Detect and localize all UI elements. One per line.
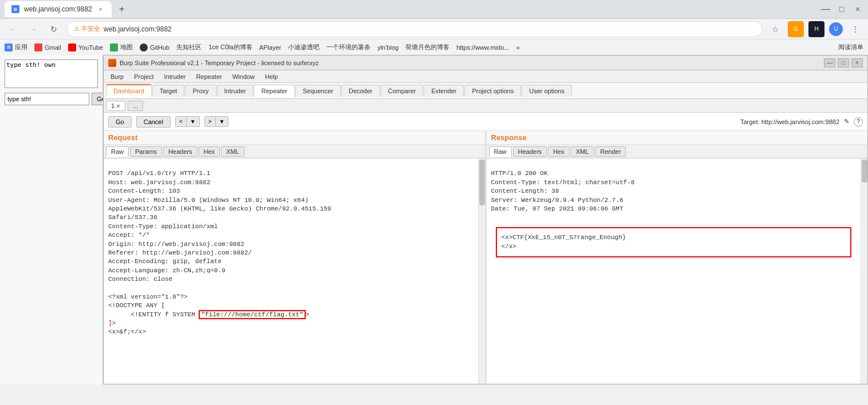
bookmark-xiaodi[interactable]: 小迪渗透吧 — [288, 43, 319, 51]
browser-chrome: B web.jarvisoj.com:9882 × + — □ × ← → ↻ … — [0, 0, 868, 55]
response-tab-xml[interactable]: XML — [571, 146, 594, 157]
response-tab-hex[interactable]: Hex — [548, 146, 570, 157]
window-maximize-button[interactable]: □ — [836, 3, 847, 15]
request-tabs: Raw Params Headers Hex XML — [104, 145, 485, 158]
browser-tab[interactable]: B web.jarvisoj.com:9882 × — [5, 1, 112, 17]
tab-repeater[interactable]: Repeater — [254, 85, 294, 97]
bookmark-potato[interactable]: 一个环境的薯条 — [326, 43, 370, 51]
more-button[interactable]: ⋮ — [847, 21, 863, 37]
burp-menu: Burp Project Intruder Repeater Window He… — [104, 70, 867, 83]
burp-title: Burp Suite Professional v2.1 - Temporary… — [108, 59, 319, 67]
burp-maximize-button[interactable]: □ — [838, 58, 849, 68]
bookmark-github[interactable]: GitHub — [140, 43, 169, 51]
extension-icon-2[interactable]: H — [808, 21, 824, 37]
request-tab-headers[interactable]: Headers — [163, 146, 198, 157]
response-scroll-thumb[interactable] — [862, 160, 867, 182]
bookmark-yln[interactable]: yln'blog — [377, 44, 399, 51]
request-tab-params[interactable]: Params — [130, 146, 162, 157]
repeater-tab-1[interactable]: 1 × — [106, 101, 125, 111]
menu-intruder[interactable]: Intruder — [160, 72, 191, 81]
menu-project[interactable]: Project — [129, 72, 158, 81]
request-line-x: <x>&f;</x> — [108, 328, 146, 335]
target-edit-icon[interactable]: ✎ — [844, 118, 849, 125]
request-line-7: Content-Type: application/xml — [108, 223, 218, 230]
window-minimize-button[interactable]: — — [820, 3, 831, 15]
page-content: type sth! own Go! Burp Suite Professiona… — [0, 55, 868, 384]
forward-button[interactable]: → — [25, 21, 41, 37]
response-tab-headers[interactable]: Headers — [513, 146, 547, 157]
target-help-icon[interactable]: ? — [854, 117, 863, 126]
bookmark-mido-label: https://www.mido... — [456, 44, 509, 51]
go-button[interactable]: Go — [108, 116, 132, 128]
bookmark-xianzhi[interactable]: 先知社区 — [176, 43, 202, 51]
response-tab-render[interactable]: Render — [595, 146, 626, 157]
back-button[interactable]: ← — [5, 21, 21, 37]
menu-repeater[interactable]: Repeater — [191, 72, 226, 81]
profile-icon[interactable]: U — [829, 22, 843, 36]
tab-project-options[interactable]: Project options — [464, 85, 521, 97]
request-scrollbar[interactable] — [478, 158, 485, 384]
bookmark-apps[interactable]: ⊞ 应用 — [5, 43, 27, 51]
extension-icon-1[interactable]: G — [788, 21, 804, 37]
request-tab-raw[interactable]: Raw — [106, 146, 129, 157]
nav-bar: ← → ↻ ⚠ 不安全 web.jarvisoj.com:9882 ☆ G H … — [0, 18, 868, 39]
highlighted-path: "file:///home/ctf/flag.txt" — [199, 310, 305, 319]
window-close-button[interactable]: × — [852, 3, 863, 15]
request-tab-xml[interactable]: XML — [221, 146, 244, 157]
star-button[interactable]: ☆ — [767, 21, 783, 37]
request-code: POST /api/v1.0/try HTTP/1.1 Host: web.ja… — [104, 158, 478, 348]
burp-close-button[interactable]: × — [851, 58, 863, 68]
request-line-4: User-Agent: Mozilla/5.0 (Windows NT 10.0… — [108, 197, 309, 204]
maps-icon — [110, 43, 118, 51]
response-tab-raw[interactable]: Raw — [489, 146, 512, 157]
repeater-tab-more[interactable]: ... — [128, 101, 143, 111]
request-code-scroll[interactable]: POST /api/v1.0/try HTTP/1.1 Host: web.ja… — [104, 158, 478, 384]
response-code-scroll[interactable]: HTTP/1.0 200 OK Content-Type: text/html;… — [487, 158, 861, 384]
tab-user-options[interactable]: User options — [522, 85, 572, 97]
left-input[interactable] — [5, 93, 89, 105]
forward-nav: > ▼ — [204, 116, 229, 127]
response-highlighted-box: <x>CTF{XxE_15_n0T_S7range_Enough} </x> — [496, 227, 852, 257]
burp-minimize-button[interactable]: — — [824, 58, 835, 68]
tab-proxy[interactable]: Proxy — [185, 85, 216, 97]
bookmark-gmail[interactable]: Gmail — [34, 43, 61, 51]
reading-list[interactable]: 阅读清单 — [838, 43, 863, 51]
left-textarea[interactable]: type sth! own — [5, 59, 98, 88]
back-arrow-button[interactable]: < — [176, 117, 186, 126]
tab-extender[interactable]: Extender — [424, 85, 464, 97]
bookmark-aplayer-label: APlayer — [259, 44, 282, 51]
bookmark-aplayer[interactable]: APlayer — [259, 44, 282, 51]
tab-dashboard[interactable]: Dashboard — [106, 84, 152, 97]
tab-target[interactable]: Target — [152, 85, 185, 97]
tab-intruder[interactable]: Intruder — [217, 85, 254, 97]
reload-button[interactable]: ↻ — [46, 21, 62, 37]
forward-arrow-button[interactable]: > — [205, 117, 215, 126]
repeater-tabs: 1 × ... — [104, 99, 867, 113]
bookmark-lotus[interactable]: 荷塘月色的博客 — [405, 43, 449, 51]
url-bar[interactable]: ⚠ 不安全 web.jarvisoj.com:9882 — [66, 21, 763, 37]
menu-help[interactable]: Help — [261, 72, 283, 81]
bookmark-more[interactable]: » — [516, 44, 519, 51]
menu-window[interactable]: Window — [228, 72, 259, 81]
tab-comparer[interactable]: Comparer — [381, 85, 424, 97]
request-scroll-thumb[interactable] — [479, 160, 485, 205]
tab-close-button[interactable]: × — [97, 5, 105, 13]
menu-burp[interactable]: Burp — [106, 72, 128, 81]
request-line-12: Accept-Language: zh-CN,zh;q=0.9 — [108, 267, 226, 274]
bookmark-youtube[interactable]: YouTube — [68, 43, 103, 51]
new-tab-button[interactable]: + — [114, 1, 130, 17]
tab-sequencer[interactable]: Sequencer — [295, 85, 341, 97]
forward-dropdown-button[interactable]: ▼ — [215, 117, 228, 126]
cancel-button[interactable]: Cancel — [136, 116, 171, 128]
back-dropdown-button[interactable]: ▼ — [186, 117, 199, 126]
tab-decoder[interactable]: Decoder — [341, 85, 380, 97]
bookmark-maps[interactable]: 地图 — [110, 43, 133, 51]
request-line-3: Content-Length: 103 — [108, 188, 180, 194]
bookmark-1cecola[interactable]: 1ce C0la的博客 — [208, 43, 252, 51]
request-line-5: AppleWebKit/537.36 (KHTML, like Gecko) C… — [108, 205, 331, 212]
bookmark-github-label: GitHub — [150, 44, 169, 51]
request-tab-hex[interactable]: Hex — [199, 146, 220, 157]
response-scrollbar[interactable] — [861, 158, 867, 384]
bookmark-mido[interactable]: https://www.mido... — [456, 44, 509, 51]
request-line-13: Connection: close — [108, 276, 172, 283]
